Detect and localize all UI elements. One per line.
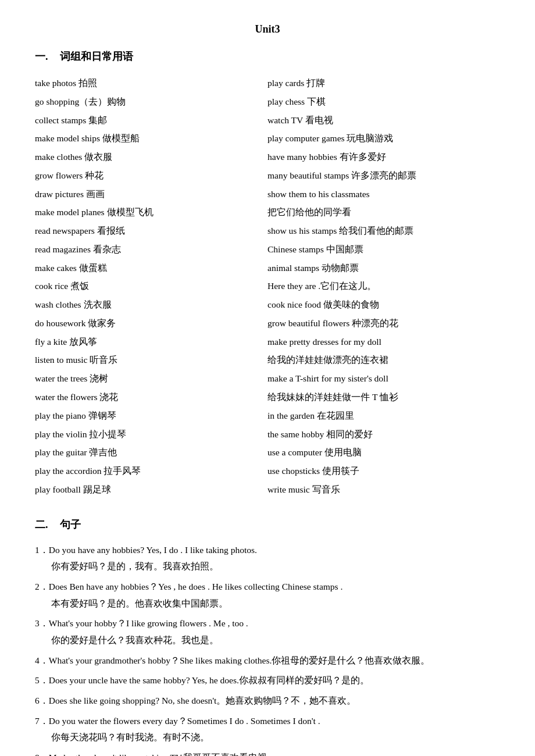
- section1-title: 词组和日常用语: [60, 49, 133, 63]
- sentence-en: 1．Do you have any hobbies? Yes, I do . I…: [35, 542, 500, 559]
- sentence-en: 6．Does she like going shopping? No, she …: [35, 693, 500, 709]
- vocab-item: Here they are .它们在这儿。: [268, 277, 500, 295]
- sentence-item: 6．Does she like going shopping? No, she …: [35, 693, 500, 709]
- vocab-item: make cakes 做蛋糕: [35, 259, 268, 277]
- sentence-item: 1．Do you have any hobbies? Yes, I do . I…: [35, 542, 500, 575]
- sentence-zh-inline: 你祖母的爱好是什么？他喜欢做衣服。: [272, 655, 430, 665]
- section1-number: 一.: [35, 49, 48, 63]
- sentence-item: 5．Does your uncle have the same hobby? Y…: [35, 672, 500, 689]
- sentence-zh-inline: 她喜欢购物吗？不，她不喜欢。: [226, 696, 356, 705]
- sentence-item: 8．My brother doesn't like watching TV.我哥…: [35, 750, 500, 756]
- vocab-item: write music 写音乐: [268, 480, 500, 499]
- sentences-container: 1．Do you have any hobbies? Yes, I do . I…: [35, 542, 500, 756]
- vocab-item: show us his stamps 给我们看他的邮票: [268, 222, 500, 240]
- vocab-item: grow flowers 种花: [35, 166, 268, 185]
- vocab-item: 给我妹妹的洋娃娃做一件 T 恤衫: [268, 388, 500, 406]
- vocab-item: make model planes 做模型飞机: [35, 203, 268, 222]
- vocab-item: play computer games 玩电脑游戏: [268, 129, 500, 148]
- vocab-item: play chess 下棋: [268, 92, 500, 111]
- vocab-item: show them to his classmates: [268, 185, 500, 204]
- sentence-zh-inline: 你叔叔有同样的爱好吗？是的。: [239, 675, 369, 685]
- vocab-item: have many hobbies 有许多爱好: [268, 148, 500, 166]
- vocab-item: wash clothes 洗衣服: [35, 295, 268, 314]
- sentences-section: 二. 句子 1．Do you have any hobbies? Yes, I …: [35, 518, 500, 756]
- vocab-item: in the garden 在花园里: [268, 406, 500, 425]
- vocab-item: grow beautiful flowers 种漂亮的花: [268, 314, 500, 333]
- vocab-item: take photos 拍照: [35, 74, 268, 92]
- vocab-item: play the guitar 弹吉他: [35, 443, 268, 462]
- vocab-right-column: play cards 打牌play chess 下棋watch TV 看电视pl…: [268, 74, 500, 499]
- vocab-item: watch TV 看电视: [268, 111, 500, 130]
- vocab-item: the same hobby 相同的爱好: [268, 425, 500, 444]
- vocab-item: many beautiful stamps 许多漂亮的邮票: [268, 166, 500, 185]
- vocab-item: play football 踢足球: [35, 480, 268, 499]
- sentence-zh: 你的爱好是什么？我喜欢种花。我也是。: [35, 632, 500, 649]
- vocab-item: collect stamps 集邮: [35, 111, 268, 130]
- vocab-item: water the trees 浇树: [35, 369, 268, 388]
- vocab-item: go shopping（去）购物: [35, 92, 268, 111]
- vocab-left-column: take photos 拍照go shopping（去）购物collect st…: [35, 74, 268, 499]
- sentence-en: 8．My brother doesn't like watching TV.我哥…: [35, 750, 500, 756]
- sentence-item: 4．What's your grandmother's hobby？She li…: [35, 652, 500, 669]
- vocab-item: make model ships 做模型船: [35, 129, 268, 148]
- vocab-item: water the flowers 浇花: [35, 388, 268, 406]
- vocab-item: play cards 打牌: [268, 74, 500, 92]
- sentence-item: 7．Do you water the flowers every day？Som…: [35, 713, 500, 746]
- page-title: Unit3: [35, 23, 500, 35]
- sentence-zh: 本有爱好吗？是的。他喜欢收集中国邮票。: [35, 595, 500, 612]
- vocab-item: read newspapers 看报纸: [35, 222, 268, 240]
- vocab-item: Chinese stamps 中国邮票: [268, 240, 500, 259]
- sentence-zh: 你每天浇花吗？有时我浇。有时不浇。: [35, 729, 500, 746]
- sentence-zh-inline: 我哥哥不喜欢看电视。: [183, 753, 276, 756]
- vocab-item: do housework 做家务: [35, 314, 268, 333]
- vocab-item: make clothes 做衣服: [35, 148, 268, 166]
- sentence-en: 7．Do you water the flowers every day？Som…: [35, 713, 500, 730]
- vocab-item: cook rice 煮饭: [35, 277, 268, 295]
- vocab-item: read magazines 看杂志: [35, 240, 268, 259]
- sentence-zh: 你有爱好吗？是的，我有。我喜欢拍照。: [35, 558, 500, 575]
- vocab-item: fly a kite 放风筝: [35, 333, 268, 351]
- vocab-item: draw pictures 画画: [35, 185, 268, 204]
- sentence-en: 4．What's your grandmother's hobby？She li…: [35, 652, 500, 669]
- sentence-en: 2．Does Ben have any hobbies？Yes , he doe…: [35, 579, 500, 595]
- vocab-item: play the violin 拉小提琴: [35, 425, 268, 444]
- vocab-item: animal stamps 动物邮票: [268, 259, 500, 277]
- section2-number: 二.: [35, 518, 48, 532]
- vocab-item: make pretty dresses for my doll: [268, 333, 500, 351]
- sentence-en: 3．What's your hobby？I like growing flowe…: [35, 615, 500, 632]
- vocab-item: 把它们给他的同学看: [268, 203, 500, 222]
- section2-title: 句子: [60, 518, 81, 532]
- vocab-item: play the accordion 拉手风琴: [35, 462, 268, 480]
- sentence-en: 5．Does your uncle have the same hobby? Y…: [35, 672, 500, 689]
- vocab-columns: take photos 拍照go shopping（去）购物collect st…: [35, 74, 500, 499]
- vocab-item: listen to music 听音乐: [35, 351, 268, 369]
- vocab-item: 给我的洋娃娃做漂亮的连衣裙: [268, 351, 500, 369]
- vocab-item: make a T-shirt for my sister's doll: [268, 369, 500, 388]
- vocab-item: cook nice food 做美味的食物: [268, 295, 500, 314]
- sentence-item: 2．Does Ben have any hobbies？Yes , he doe…: [35, 579, 500, 612]
- vocab-item: use chopsticks 使用筷子: [268, 462, 500, 480]
- sentence-item: 3．What's your hobby？I like growing flowe…: [35, 615, 500, 648]
- vocab-item: play the piano 弹钢琴: [35, 406, 268, 425]
- vocab-item: use a computer 使用电脑: [268, 443, 500, 462]
